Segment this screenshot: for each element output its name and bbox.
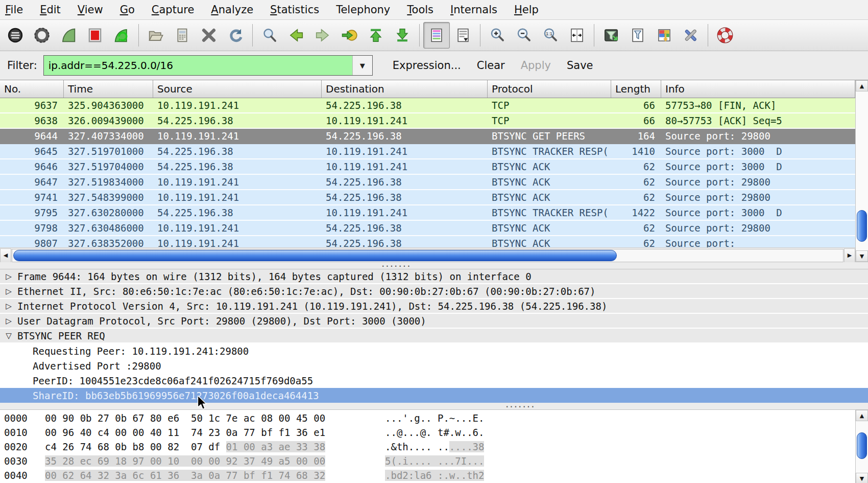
column-header-info[interactable]: Info [661,80,855,98]
detail-row[interactable]: Requesting Peer: 10.119.191.241:29800 [0,343,868,358]
hscroll-thumb[interactable] [13,250,617,261]
menu-item-capture[interactable]: Capture [152,4,195,16]
packet-row[interactable]: 9647327.51983400010.119.191.24154.225.19… [0,175,855,190]
detail-row[interactable]: Advertised Port :29800 [0,358,868,373]
go-to-bottom-button[interactable] [389,22,416,49]
column-header-no[interactable]: No. [0,80,64,98]
pane-splitter-bottom[interactable]: ······· [0,403,868,410]
packet-row[interactable]: 9637325.90436300010.119.191.24154.225.19… [0,98,855,113]
hex-row[interactable]: 003035 28 ec 69 18 97 00 10 00 00 92 37 … [0,454,855,468]
go-to-top-button[interactable] [363,22,389,49]
triangle-right-icon[interactable]: ▷ [0,272,17,281]
column-header-source[interactable]: Source [153,80,322,98]
scroll-up-arrow-icon[interactable]: ▲ [856,80,868,91]
menu-item-tools[interactable]: Tools [407,4,433,16]
zoom-original-button[interactable]: 1:1 [537,22,564,49]
go-back-button[interactable] [283,22,309,49]
detail-row[interactable]: ▷Internet Protocol Version 4, Src: 10.11… [0,299,868,314]
hex-row[interactable]: 000000 90 0b 27 0b 67 80 e6 50 1c 7e ac … [0,411,855,425]
reload-button[interactable] [222,22,249,49]
coloring-rules-button[interactable] [651,22,678,49]
menu-item-view[interactable]: View [78,4,103,16]
capture-start-button[interactable] [55,22,82,49]
packet-row[interactable]: 9638326.00943900054.225.196.3810.119.191… [0,113,855,129]
scroll-down-arrow-icon[interactable]: ▼ [856,250,868,262]
hex-vscroll-thumb[interactable] [857,432,867,459]
scroll-down-arrow-icon[interactable]: ▼ [856,473,868,483]
cell-source: 10.119.191.241 [153,130,322,142]
resize-columns-button[interactable] [564,22,590,49]
menu-item-help[interactable]: Help [514,4,539,16]
pane-splitter-top[interactable]: ······· [0,262,868,269]
triangle-right-icon[interactable]: ▷ [0,287,17,296]
scroll-right-arrow-icon[interactable]: ▶ [844,248,855,263]
display-filter-input[interactable] [44,56,352,75]
apply-button[interactable]: Apply [521,59,551,72]
menu-item-internals[interactable]: Internals [450,4,497,16]
detail-row[interactable]: ▷User Datagram Protocol, Src Port: 29800… [0,314,868,329]
packet-row[interactable]: 9741327.54839900010.119.191.24154.225.19… [0,190,855,205]
detail-row[interactable]: ▷Frame 9644: 164 bytes on wire (1312 bit… [0,269,868,284]
packet-row[interactable]: 9645327.51970100054.225.196.3810.119.191… [0,144,855,159]
hex-row[interactable]: 001000 96 40 c4 00 00 40 11 74 23 0a 77 … [0,425,855,440]
detail-row[interactable]: ShareID: bb63eb5b61969956e71273026f00a1d… [0,388,868,403]
packet-row[interactable]: 9798327.63048600010.119.191.24154.225.19… [0,221,855,236]
packet-list-hscrollbar[interactable]: ◀ ▶ [0,247,855,263]
capture-stop-button[interactable] [82,22,108,49]
go-forward-button[interactable] [309,22,336,49]
file-close-button[interactable] [196,22,222,49]
detail-row[interactable]: PeerID: 1004551e23cde8c06af241f02624715f… [0,373,868,388]
packet-row[interactable]: 9795327.63028000054.225.196.3810.119.191… [0,205,855,221]
packet-row[interactable]: 9807327.63835200010.119.191.24154.225.19… [0,236,855,247]
hscroll-track[interactable] [12,249,843,262]
vscroll-thumb[interactable] [857,210,867,242]
triangle-right-icon[interactable]: ▷ [0,316,17,326]
capture-options-button[interactable] [29,22,55,49]
packet-row[interactable]: 9646327.51970400054.225.196.3810.119.191… [0,159,855,175]
menu-item-telephony[interactable]: Telephony [336,4,390,16]
menu-item-go[interactable]: Go [120,4,135,16]
triangle-down-icon[interactable]: ▽ [0,331,17,340]
packet-bytes-pane: 000000 90 0b 27 0b 67 80 e6 50 1c 7e ac … [0,410,868,483]
find-button[interactable] [256,22,283,49]
menu-item-file[interactable]: File [5,4,23,16]
menu-item-edit[interactable]: Edit [40,4,61,16]
hex-vscrollbar[interactable]: ▲ ▼ [855,410,868,483]
column-header-time[interactable]: Time [64,80,153,98]
capture-restart-button[interactable] [108,22,135,49]
list-interfaces-button[interactable] [2,22,29,49]
hex-vscroll-track[interactable] [856,421,868,473]
scroll-left-arrow-icon[interactable]: ◀ [0,248,11,263]
hex-row[interactable]: 0020c4 26 74 68 0b b8 00 82 07 df 01 00 … [0,440,855,454]
column-header-length[interactable]: Length [611,80,661,98]
file-open-button[interactable] [142,22,169,49]
toolbar-separator [708,24,708,47]
display-filter-button[interactable] [624,22,651,49]
menu-item-statistics[interactable]: Statistics [270,4,319,16]
colorize-button[interactable] [423,22,450,49]
capture-filter-button[interactable] [598,22,624,49]
preferences-button[interactable] [678,22,704,49]
detail-row[interactable]: ▷Ethernet II, Src: 80:e6:50:1c:7e:ac (80… [0,284,868,299]
hex-row[interactable]: 004000 62 64 32 3a 6c 61 36 3a 0a 77 bf … [0,468,855,482]
help-button[interactable] [712,22,738,49]
expression-button[interactable]: Expression... [393,59,461,72]
go-to-packet-button[interactable] [336,22,363,49]
cell-info: 80→57753 [ACK] Seq=5 [661,115,855,126]
triangle-right-icon[interactable]: ▷ [0,302,17,311]
detail-row[interactable]: ▽BTSYNC PEER REQ [0,329,868,343]
menu-item-analyze[interactable]: Analyze [211,4,253,16]
column-header-protocol[interactable]: Protocol [488,80,611,98]
filter-dropdown-button[interactable]: ▼ [352,56,372,75]
zoom-in-button[interactable] [484,22,511,49]
scroll-up-arrow-icon[interactable]: ▲ [856,410,868,421]
column-header-destination[interactable]: Destination [322,80,488,98]
packet-row[interactable]: 9644327.40733400010.119.191.24154.225.19… [0,129,855,144]
clear-button[interactable]: Clear [477,59,505,72]
auto-scroll-button[interactable] [450,22,476,49]
packet-list-vscrollbar[interactable]: ▲ ▼ [855,80,868,262]
zoom-out-button[interactable] [511,22,537,49]
file-save-button[interactable] [169,22,196,49]
save-button[interactable]: Save [567,59,593,72]
vscroll-track[interactable] [856,91,868,250]
